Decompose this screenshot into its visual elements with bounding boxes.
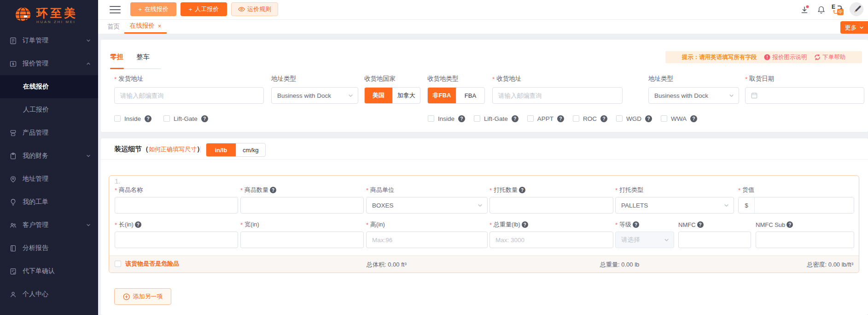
dangerous-goods-option[interactable]: 该货物是否是危险品 bbox=[115, 260, 179, 268]
non-fba-option[interactable]: 非FBA bbox=[428, 88, 456, 103]
sidebar-item-addresses[interactable]: 地址管理 bbox=[0, 167, 98, 190]
pallet-type-select[interactable]: PALLETS bbox=[615, 197, 734, 214]
chevron-down-icon bbox=[724, 203, 729, 208]
help-icon[interactable]: ? bbox=[270, 187, 276, 193]
sidebar-item-profile[interactable]: 个人中心 bbox=[0, 283, 98, 306]
sidebar-item-quotes[interactable]: $ 报价管理 bbox=[0, 52, 98, 75]
pickup-liftgate-option[interactable]: Lift-Gate ? bbox=[163, 115, 208, 122]
tab-online-quote[interactable]: 在线报价 × bbox=[124, 19, 167, 34]
dest-roc-option[interactable]: ROC ? bbox=[573, 115, 607, 122]
pickup-address-type-select[interactable]: Business with Dock bbox=[271, 87, 358, 104]
grade-select[interactable]: 请选择 bbox=[615, 232, 674, 248]
width-input[interactable] bbox=[240, 232, 364, 248]
help-icon[interactable]: ? bbox=[145, 115, 151, 122]
pickup-inside-option[interactable]: Inside ? bbox=[114, 115, 151, 122]
fba-option[interactable]: FBA bbox=[456, 88, 484, 103]
add-item-button[interactable]: 添加另一项 bbox=[114, 288, 171, 305]
dest-wwa-option[interactable]: WWA ? bbox=[661, 115, 697, 122]
unit-cm-kg-option[interactable]: cm/kg bbox=[236, 143, 266, 156]
product-icon bbox=[9, 129, 17, 137]
pickup-address-input[interactable] bbox=[114, 87, 264, 104]
online-quote-button[interactable]: + 在线报价 bbox=[130, 2, 176, 16]
checkbox[interactable] bbox=[616, 115, 623, 122]
item-unit-select[interactable]: BOXES bbox=[366, 197, 488, 214]
language-toggle-icon[interactable]: E 中 bbox=[832, 4, 844, 15]
length-input[interactable] bbox=[115, 232, 238, 248]
manual-quote-button[interactable]: + 人工报价 bbox=[181, 2, 227, 16]
country-us-option[interactable]: 美国 bbox=[365, 88, 392, 103]
sidebar-item-orders[interactable]: 订单管理 bbox=[0, 29, 98, 52]
help-icon[interactable]: ? bbox=[458, 115, 465, 122]
sidebar-item-manual-quote[interactable]: 人工报价 bbox=[0, 98, 98, 121]
checkbox[interactable] bbox=[474, 115, 480, 122]
country-ca-option[interactable]: 加拿大 bbox=[392, 88, 420, 103]
sidebar-item-order-confirm[interactable]: 代下单确认 bbox=[0, 260, 98, 283]
sidebar-item-tickets[interactable]: 我的工单 bbox=[0, 190, 98, 214]
weight-input[interactable] bbox=[489, 232, 613, 248]
app-logo[interactable]: 环至美 HUAN ZHI MEI bbox=[0, 0, 98, 29]
sidebar-item-reports[interactable]: 分析报告 bbox=[0, 237, 98, 260]
help-icon[interactable]: ? bbox=[690, 115, 697, 122]
avatar[interactable] bbox=[850, 2, 863, 16]
dest-inside-option[interactable]: Inside ? bbox=[428, 115, 465, 122]
item-name-input[interactable] bbox=[115, 197, 238, 214]
tab-ltl[interactable]: 零担 bbox=[110, 53, 123, 61]
help-icon[interactable]: ? bbox=[201, 115, 208, 122]
info-icon bbox=[764, 54, 770, 60]
tab-ftl[interactable]: 整车 bbox=[136, 53, 150, 61]
sidebar-item-finance[interactable]: 我的财务 bbox=[0, 144, 98, 167]
help-icon[interactable]: ? bbox=[522, 221, 528, 228]
plus-icon: + bbox=[138, 6, 142, 13]
sidebar-item-customers[interactable]: 客户管理 bbox=[0, 214, 98, 237]
tab-home[interactable]: 首页 bbox=[107, 19, 120, 34]
close-icon[interactable]: × bbox=[158, 23, 162, 30]
cargo-value-input[interactable] bbox=[755, 197, 854, 213]
size-help-link[interactable]: 如何正确填写尺寸 bbox=[149, 145, 197, 154]
help-icon[interactable]: ? bbox=[645, 115, 652, 122]
item-qty-input[interactable] bbox=[240, 197, 364, 214]
rate-rules-button[interactable]: 运价规则 bbox=[231, 2, 278, 16]
total-volume: 总体积: 0.00 ft³ bbox=[367, 261, 407, 269]
dest-address-type-select[interactable]: Business with Dock bbox=[648, 87, 739, 104]
refresh-icon bbox=[814, 54, 821, 60]
bell-icon[interactable] bbox=[817, 5, 826, 14]
dest-appt-option[interactable]: APPT ? bbox=[527, 115, 564, 122]
checkbox[interactable] bbox=[573, 115, 579, 122]
checkbox[interactable] bbox=[114, 115, 121, 122]
chevron-down-icon bbox=[859, 25, 864, 30]
help-icon[interactable]: ? bbox=[512, 115, 518, 122]
dest-address-input[interactable] bbox=[492, 87, 623, 104]
height-input[interactable] bbox=[366, 232, 488, 248]
help-icon[interactable]: ? bbox=[135, 221, 141, 228]
help-icon[interactable]: ? bbox=[697, 221, 704, 228]
people-icon bbox=[9, 221, 17, 229]
sidebar-item-online-quote[interactable]: 在线报价 bbox=[0, 75, 98, 98]
checkbox[interactable] bbox=[428, 115, 434, 122]
dest-liftgate-option[interactable]: Lift-Gate ? bbox=[474, 115, 518, 122]
nmfc-input[interactable] bbox=[678, 232, 751, 248]
unit-in-lb-option[interactable]: in/lb bbox=[206, 143, 236, 156]
checkbox[interactable] bbox=[115, 261, 121, 267]
dest-wgd-option[interactable]: WGD ? bbox=[616, 115, 652, 122]
sidebar-item-products[interactable]: 产品管理 bbox=[0, 121, 98, 144]
svg-text:$: $ bbox=[12, 62, 14, 66]
dest-address-field: *收货地址 bbox=[492, 75, 623, 104]
help-icon[interactable]: ? bbox=[600, 115, 607, 122]
checkbox[interactable] bbox=[527, 115, 534, 122]
pallet-qty-input[interactable] bbox=[489, 197, 613, 214]
order-help-link[interactable]: 下单帮助 bbox=[814, 53, 845, 61]
help-icon[interactable]: ? bbox=[633, 221, 639, 228]
quote-guide-link[interactable]: 报价图示说明 bbox=[764, 53, 807, 61]
download-icon[interactable] bbox=[800, 5, 809, 14]
more-button[interactable]: 更多 bbox=[840, 21, 868, 34]
page-tabbar: 首页 在线报价 × 更多 bbox=[98, 19, 868, 34]
pickup-date-input[interactable] bbox=[745, 87, 864, 104]
nmfc-sub-input[interactable] bbox=[756, 232, 854, 248]
checkbox[interactable] bbox=[163, 115, 170, 122]
help-icon[interactable]: ? bbox=[786, 221, 793, 228]
hamburger-menu-icon[interactable] bbox=[110, 6, 121, 13]
checkbox[interactable] bbox=[661, 115, 667, 122]
help-icon[interactable]: ? bbox=[519, 187, 525, 193]
help-icon[interactable]: ? bbox=[557, 115, 564, 122]
eye-icon bbox=[238, 6, 245, 12]
